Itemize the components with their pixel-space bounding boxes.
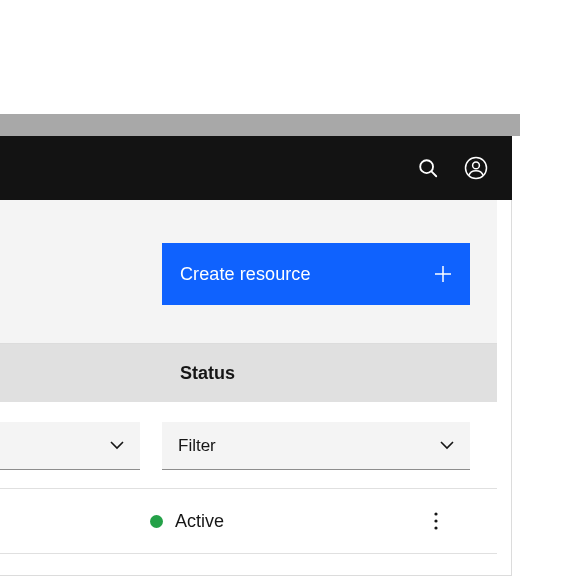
filter-dropdown-status[interactable]: Filter xyxy=(162,422,470,470)
plus-icon xyxy=(434,265,452,283)
status-indicator-dot xyxy=(150,515,163,528)
table-header-row: Status xyxy=(0,344,497,402)
chevron-down-icon xyxy=(110,441,124,450)
action-band: Create resource xyxy=(0,200,497,343)
search-button[interactable] xyxy=(404,144,452,192)
user-avatar-icon xyxy=(464,156,488,180)
create-resource-button[interactable]: Create resource xyxy=(162,243,470,305)
filter-row: Filter xyxy=(0,402,497,488)
content-panel: Create resource Status xyxy=(0,200,512,576)
create-resource-label: Create resource xyxy=(180,264,311,285)
user-button[interactable] xyxy=(452,144,500,192)
svg-line-1 xyxy=(432,172,437,177)
search-icon xyxy=(417,157,439,179)
app-root: Create resource Status xyxy=(0,0,576,576)
svg-point-7 xyxy=(434,519,437,522)
svg-point-8 xyxy=(434,526,437,529)
overflow-menu-icon xyxy=(434,512,438,530)
table-row: Active xyxy=(0,488,497,554)
filter-status-label: Filter xyxy=(178,436,216,456)
filter-dropdown-left[interactable] xyxy=(0,422,140,470)
column-header-status: Status xyxy=(180,363,235,384)
chevron-down-icon xyxy=(440,441,454,450)
status-value: Active xyxy=(175,511,224,532)
window-chrome-strip xyxy=(0,114,520,136)
row-overflow-menu[interactable] xyxy=(420,505,452,537)
status-cell: Active xyxy=(150,511,224,532)
top-bar xyxy=(0,136,512,200)
svg-point-3 xyxy=(473,162,480,169)
svg-point-6 xyxy=(434,512,437,515)
